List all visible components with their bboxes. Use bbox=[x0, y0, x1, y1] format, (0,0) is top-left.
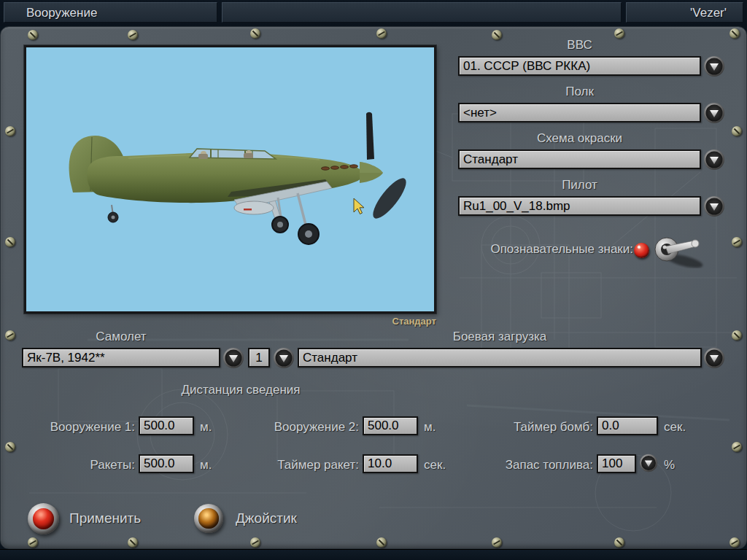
paint-scheme-label: Схема окраски bbox=[458, 131, 701, 146]
player-name: 'Vezer' bbox=[690, 6, 727, 20]
screw-icon bbox=[729, 537, 740, 548]
joystick-button-dome bbox=[198, 508, 218, 528]
markings-label: Опознавательные знаки: bbox=[409, 242, 633, 257]
regiment-select[interactable]: <нет> bbox=[458, 103, 701, 122]
tab-player: 'Vezer' bbox=[626, 2, 743, 23]
vvs-label: ВВС bbox=[458, 38, 701, 52]
pilot-select[interactable]: Ru1_00_V_18.bmp bbox=[458, 196, 701, 216]
screw-icon bbox=[376, 28, 387, 39]
rocket-timer-input[interactable] bbox=[363, 454, 418, 473]
convergence-title: Дистанция сведения bbox=[131, 383, 350, 397]
paint-scheme-select[interactable]: Стандарт bbox=[458, 149, 701, 169]
screw-icon bbox=[250, 537, 260, 548]
vvs-dropdown-button[interactable] bbox=[703, 55, 725, 77]
page-title: Вооружение bbox=[26, 6, 97, 20]
rockets-input[interactable] bbox=[139, 454, 194, 473]
screw-icon bbox=[732, 126, 742, 136]
fuel-input[interactable] bbox=[597, 454, 636, 473]
screw-icon bbox=[729, 28, 740, 39]
screw-icon bbox=[128, 30, 138, 40]
bomb-timer-unit: сек. bbox=[664, 420, 686, 435]
aircraft-count-field[interactable]: 1 bbox=[248, 348, 270, 368]
pilot-dropdown-button[interactable] bbox=[703, 195, 725, 217]
rocket-timer-label: Таймер ракет: bbox=[219, 458, 359, 472]
weapon2-unit: м. bbox=[424, 420, 436, 435]
aircraft-count-dropdown-button[interactable] bbox=[273, 347, 295, 369]
screw-icon bbox=[376, 537, 387, 548]
pilot-label: Пилот bbox=[458, 178, 701, 192]
screw-icon bbox=[5, 442, 15, 452]
screw-icon bbox=[732, 237, 742, 247]
rocket-timer-unit: сек. bbox=[424, 458, 446, 472]
bomb-timer-input[interactable] bbox=[597, 416, 658, 435]
skin-caption: Стандарт bbox=[292, 316, 436, 327]
weapon1-input[interactable] bbox=[139, 416, 194, 435]
weapon2-label: Вооружение 2: bbox=[219, 420, 359, 435]
markings-toggle-switch[interactable] bbox=[649, 230, 708, 268]
screw-icon bbox=[492, 537, 502, 548]
aircraft-dropdown-button[interactable] bbox=[222, 347, 244, 369]
rockets-label: Ракеты: bbox=[0, 458, 135, 472]
aircraft-preview bbox=[24, 45, 436, 314]
screw-icon bbox=[5, 330, 15, 341]
aircraft-label: Самолет bbox=[22, 330, 220, 344]
screw-icon bbox=[250, 28, 260, 39]
screw-icon bbox=[5, 237, 15, 247]
screw-icon bbox=[614, 537, 624, 548]
tab-spacer bbox=[222, 2, 622, 23]
loadout-label: Боевая загрузка bbox=[298, 330, 702, 344]
armament-screen: Вооружение 'Vezer' bbox=[0, 0, 747, 560]
fuel-dropdown-button[interactable] bbox=[639, 454, 658, 472]
loadout-dropdown-button[interactable] bbox=[703, 347, 725, 369]
weapon1-label: Вооружение 1: bbox=[0, 420, 135, 435]
paint-scheme-dropdown-button[interactable] bbox=[703, 149, 725, 171]
apply-button-label[interactable]: Применить bbox=[69, 510, 141, 526]
regiment-label: Полк bbox=[458, 85, 701, 99]
weapon2-input[interactable] bbox=[363, 416, 418, 435]
markings-indicator-lamp bbox=[634, 243, 649, 258]
bottom-bar bbox=[0, 549, 747, 560]
weapon1-unit: м. bbox=[200, 420, 212, 435]
fuel-unit: % bbox=[664, 458, 675, 472]
aircraft-select[interactable]: Як-7В, 1942** bbox=[22, 348, 220, 368]
screw-icon bbox=[28, 30, 38, 40]
vvs-select[interactable]: 01. СССР (ВВС РККА) bbox=[458, 56, 701, 76]
regiment-dropdown-button[interactable] bbox=[703, 102, 725, 124]
joystick-button-label[interactable]: Джойстик bbox=[236, 510, 297, 526]
screw-icon bbox=[614, 28, 624, 39]
fuel-label: Запас топлива: bbox=[452, 458, 593, 472]
screw-icon bbox=[128, 537, 138, 548]
apply-button-dome bbox=[33, 508, 54, 529]
tab-armament[interactable]: Вооружение bbox=[4, 2, 217, 23]
joystick-button[interactable] bbox=[194, 504, 223, 533]
bomb-timer-label: Таймер бомб: bbox=[452, 420, 593, 435]
loadout-select[interactable]: Стандарт bbox=[298, 348, 702, 368]
top-bar: Вооружение 'Vezer' bbox=[0, 0, 747, 26]
screw-icon bbox=[5, 126, 15, 136]
rockets-unit: м. bbox=[200, 458, 212, 472]
apply-button[interactable] bbox=[28, 503, 59, 534]
screw-icon bbox=[28, 537, 38, 548]
screw-icon bbox=[732, 442, 742, 452]
screw-icon bbox=[732, 330, 742, 341]
